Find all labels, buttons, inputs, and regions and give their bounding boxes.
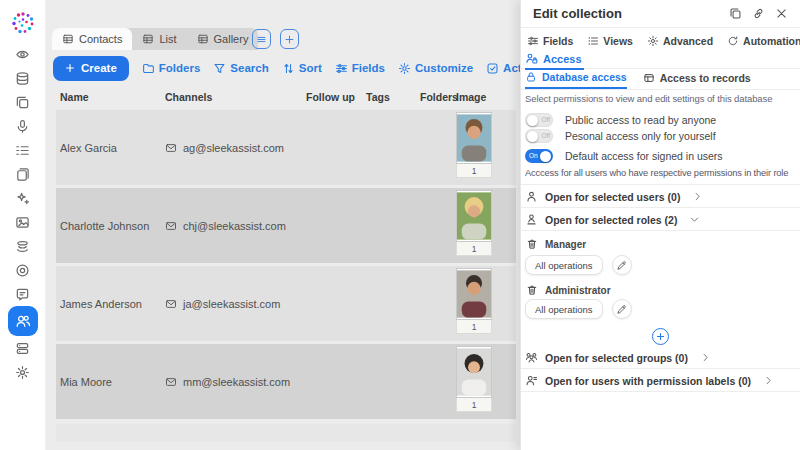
fields-button[interactable]: Fields bbox=[335, 62, 385, 75]
view-tab-bar: Contacts List Gallery bbox=[52, 28, 258, 50]
pencil-icon bbox=[616, 260, 627, 271]
sidebar-item-overview[interactable] bbox=[0, 42, 46, 66]
table-row[interactable]: Mia Moore mm@sleekassist.com 1 bbox=[56, 344, 516, 419]
table-row[interactable]: Charlotte Johnson chj@sleekassist.com 1 bbox=[56, 188, 516, 263]
contact-image-cell[interactable]: 1 bbox=[456, 112, 492, 178]
tab-fields[interactable]: Fields bbox=[527, 35, 573, 47]
contact-image-cell[interactable]: 1 bbox=[456, 346, 492, 412]
sidebar-item-storage[interactable] bbox=[0, 336, 46, 360]
sliders-icon bbox=[335, 62, 348, 75]
role-access-note: Acccess for all users who have respectiv… bbox=[521, 168, 800, 178]
panel-header-actions bbox=[729, 7, 788, 20]
logo-dots-icon bbox=[9, 9, 37, 37]
chevron-right-icon bbox=[700, 352, 711, 363]
sidebar-item-ai[interactable] bbox=[0, 186, 46, 210]
trash-icon[interactable] bbox=[526, 238, 538, 250]
actions-label: Actions bbox=[503, 62, 520, 74]
sidebar-item-media[interactable] bbox=[0, 210, 46, 234]
personal-access-toggle[interactable]: Off bbox=[525, 129, 553, 143]
open-for-permission-labels-row[interactable]: Open for users with permission labels (0… bbox=[521, 370, 800, 392]
sidebar-item-database[interactable] bbox=[0, 66, 46, 90]
chevron-down-icon bbox=[689, 214, 700, 225]
hamburger-icon bbox=[256, 34, 267, 45]
column-header-image[interactable]: Image bbox=[456, 91, 486, 103]
row-label: Open for selected users (0) bbox=[545, 191, 680, 203]
default-access-toggle[interactable]: On bbox=[525, 149, 553, 163]
operations-button[interactable]: All operations bbox=[525, 299, 603, 319]
table-row[interactable]: James Anderson ja@sleekassist.com 1 bbox=[56, 266, 516, 341]
sort-button[interactable]: Sort bbox=[282, 62, 322, 75]
tab-access[interactable]: Access bbox=[525, 52, 584, 70]
add-view-button[interactable] bbox=[280, 29, 299, 49]
open-for-selected-groups-row[interactable]: Open for selected groups (0) bbox=[521, 347, 800, 369]
copy-link-button[interactable] bbox=[752, 7, 765, 20]
contact-name: Alex Garcia bbox=[60, 142, 117, 154]
view-menu-button[interactable] bbox=[252, 29, 271, 49]
toggle-label: Default access for signed in users bbox=[565, 150, 723, 162]
sidebar-item-web[interactable] bbox=[0, 258, 46, 282]
role-person-icon bbox=[525, 213, 538, 226]
search-button[interactable]: Search bbox=[213, 62, 268, 75]
empty-row bbox=[56, 424, 516, 442]
main-area: Contacts List Gallery Create bbox=[46, 0, 520, 450]
trash-icon[interactable] bbox=[526, 284, 538, 296]
tab-automations[interactable]: Automations bbox=[727, 35, 800, 47]
edit-operations-button[interactable] bbox=[612, 255, 632, 275]
sidebar-item-copy[interactable] bbox=[0, 90, 46, 114]
customize-button[interactable]: Customize bbox=[398, 62, 473, 75]
open-for-selected-users-row[interactable]: Open for selected users (0) bbox=[521, 186, 800, 208]
actions-button[interactable]: Actions bbox=[486, 62, 520, 75]
subtab-access-to-records[interactable]: Access to records bbox=[643, 71, 751, 89]
table-row[interactable]: Alex Garcia ag@sleekassist.com 1 bbox=[56, 110, 516, 185]
tab-gallery[interactable]: Gallery bbox=[187, 28, 259, 50]
panel-header: Edit collection bbox=[521, 0, 800, 28]
popout-button[interactable] bbox=[729, 7, 742, 20]
tab-list[interactable]: List bbox=[132, 28, 186, 50]
contact-image-cell[interactable]: 1 bbox=[456, 190, 492, 256]
contact-photo bbox=[456, 112, 492, 164]
create-button[interactable]: Create bbox=[53, 56, 129, 81]
column-header-tags[interactable]: Tags bbox=[366, 91, 390, 103]
documents-icon bbox=[15, 167, 30, 182]
close-panel-button[interactable] bbox=[775, 7, 788, 20]
manager-operations-row: All operations bbox=[521, 255, 800, 275]
column-header-follow-up[interactable]: Follow up bbox=[306, 91, 355, 103]
sidebar-item-voice[interactable] bbox=[0, 114, 46, 138]
copy-icon bbox=[15, 95, 30, 110]
fields-label: Fields bbox=[352, 62, 385, 74]
add-role-button[interactable] bbox=[652, 328, 669, 345]
operations-button[interactable]: All operations bbox=[525, 255, 603, 275]
eye-icon bbox=[15, 47, 30, 62]
contact-channel: ja@sleekassist.com bbox=[165, 298, 280, 310]
folders-button[interactable]: Folders bbox=[142, 62, 201, 75]
column-header-channels[interactable]: Channels bbox=[165, 91, 212, 103]
sidebar-item-settings[interactable] bbox=[0, 360, 46, 384]
lock-icon bbox=[525, 71, 537, 83]
toggle-row-personal-access: Off Pesonal access only for yourself bbox=[521, 128, 800, 144]
tab-views[interactable]: Views bbox=[587, 35, 633, 47]
sidebar-item-contacts[interactable] bbox=[0, 306, 46, 336]
public-access-toggle[interactable]: Off bbox=[525, 113, 553, 127]
table-icon bbox=[62, 33, 74, 45]
contact-name: Mia Moore bbox=[60, 376, 112, 388]
sidebar-item-comments[interactable] bbox=[0, 282, 46, 306]
sidebar-item-tasks[interactable] bbox=[0, 138, 46, 162]
workspace-logo[interactable] bbox=[9, 4, 37, 42]
contact-channel: ag@sleekassist.com bbox=[165, 142, 284, 154]
tab-advanced[interactable]: Advanced bbox=[647, 35, 713, 47]
column-header-name[interactable]: Name bbox=[60, 91, 89, 103]
tab-contacts[interactable]: Contacts bbox=[52, 28, 132, 50]
toolbar: Create Folders Search Sort Fields Custom… bbox=[53, 55, 520, 81]
subtab-database-access[interactable]: Database access bbox=[525, 71, 627, 89]
column-header-folders[interactable]: Folders bbox=[420, 91, 458, 103]
sidebar-item-layers[interactable] bbox=[0, 234, 46, 258]
edit-operations-button[interactable] bbox=[612, 299, 632, 319]
tab-automations-label: Automations bbox=[743, 35, 800, 47]
sort-label: Sort bbox=[299, 62, 322, 74]
contact-image-cell[interactable]: 1 bbox=[456, 268, 492, 334]
role-name-label: Administrator bbox=[545, 285, 611, 296]
checkbox-icon bbox=[486, 62, 499, 75]
open-for-selected-roles-row[interactable]: Open for selected roles (2) bbox=[521, 209, 800, 231]
image-count-badge: 1 bbox=[456, 242, 492, 256]
sidebar-item-documents[interactable] bbox=[0, 162, 46, 186]
